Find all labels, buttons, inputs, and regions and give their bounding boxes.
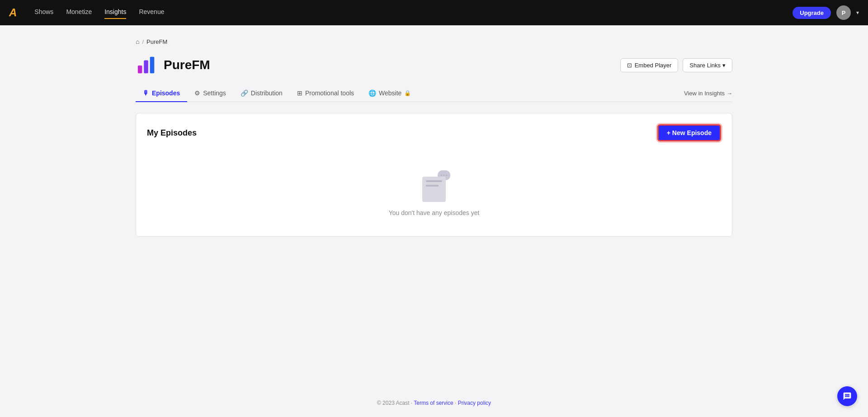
episodes-title: My Episodes [147, 128, 197, 138]
footer-separator: · [455, 400, 456, 406]
nav-monetize[interactable]: Monetize [66, 8, 92, 17]
tab-promotional-tools-label: Promotional tools [305, 89, 354, 97]
document-icon [422, 177, 446, 202]
lock-icon: 🔒 [404, 90, 411, 96]
chat-icon [843, 392, 852, 401]
svg-rect-2 [150, 57, 155, 73]
tabs-bar: 🎙 Episodes ⚙ Settings 🔗 Distribution ⊞ P… [136, 85, 732, 102]
tab-promotional-tools[interactable]: ⊞ Promotional tools [290, 85, 361, 102]
nav-links: Shows Monetize Insights Revenue [34, 8, 778, 17]
app-logo[interactable]: A [9, 6, 16, 19]
nav-shows[interactable]: Shows [34, 8, 53, 17]
show-title: PureFM [164, 58, 210, 72]
embed-icon: ⊡ [627, 62, 632, 69]
avatar[interactable]: P [836, 5, 851, 20]
tab-settings[interactable]: ⚙ Settings [187, 85, 233, 102]
show-header-actions: ⊡ Embed Player Share Links ▾ [620, 58, 732, 72]
breadcrumb: ⌂ / PureFM [136, 38, 732, 45]
tab-website[interactable]: 🌐 Website 🔒 [361, 85, 418, 102]
episodes-panel: My Episodes + New Episode • • • You don'… [136, 113, 732, 237]
show-logo-icon [136, 54, 157, 76]
share-links-label: Share Links [689, 62, 721, 69]
tab-settings-label: Settings [203, 89, 226, 97]
tab-distribution[interactable]: 🔗 Distribution [233, 85, 290, 102]
empty-state-text: You don't have any episodes yet [389, 209, 480, 216]
share-links-button[interactable]: Share Links ▾ [683, 58, 732, 72]
breadcrumb-separator: / [142, 38, 144, 45]
show-header: PureFM ⊡ Embed Player Share Links ▾ [136, 54, 732, 76]
tab-episodes-label: Episodes [152, 89, 180, 97]
main-content: ⌂ / PureFM PureFM ⊡ Embed Player Share L… [118, 25, 750, 389]
avatar-chevron-icon[interactable]: ▾ [856, 9, 859, 16]
show-title-area: PureFM [136, 54, 210, 76]
view-in-insights-link[interactable]: View in Insights → [684, 90, 732, 97]
tab-website-label: Website [379, 89, 401, 97]
empty-illustration: • • • [416, 170, 452, 202]
terms-of-service-link[interactable]: Terms of service [414, 400, 453, 406]
new-episode-button[interactable]: + New Episode [657, 124, 721, 141]
breadcrumb-show-name: PureFM [146, 38, 167, 45]
settings-icon: ⚙ [194, 89, 200, 97]
page-footer: © 2023 Acast · Terms of service · Privac… [0, 389, 868, 417]
top-navigation: A Shows Monetize Insights Revenue Upgrad… [0, 0, 868, 25]
privacy-policy-link[interactable]: Privacy policy [458, 400, 491, 406]
chevron-down-icon: ▾ [722, 62, 726, 69]
nav-right: Upgrade P ▾ [793, 5, 859, 20]
empty-state: • • • You don't have any episodes yet [147, 152, 721, 225]
svg-rect-1 [144, 60, 148, 73]
episodes-icon: 🎙 [143, 89, 149, 97]
nav-revenue[interactable]: Revenue [139, 8, 164, 17]
nav-insights[interactable]: Insights [104, 8, 126, 17]
tab-distribution-label: Distribution [251, 89, 283, 97]
distribution-icon: 🔗 [241, 89, 248, 97]
svg-rect-0 [138, 66, 142, 73]
embed-player-button[interactable]: ⊡ Embed Player [620, 58, 679, 72]
tab-episodes[interactable]: 🎙 Episodes [136, 85, 187, 102]
home-icon[interactable]: ⌂ [136, 38, 139, 45]
promotional-tools-icon: ⊞ [297, 89, 302, 97]
view-in-insights-label: View in Insights [684, 90, 725, 97]
embed-player-label: Embed Player [635, 62, 672, 69]
tabs-list: 🎙 Episodes ⚙ Settings 🔗 Distribution ⊞ P… [136, 85, 418, 102]
website-icon: 🌐 [368, 89, 376, 97]
footer-copyright: © 2023 Acast · [377, 400, 412, 406]
arrow-right-icon: → [726, 90, 732, 97]
episodes-header: My Episodes + New Episode [147, 124, 721, 141]
chat-bubble-button[interactable] [837, 386, 857, 406]
upgrade-button[interactable]: Upgrade [793, 7, 831, 19]
